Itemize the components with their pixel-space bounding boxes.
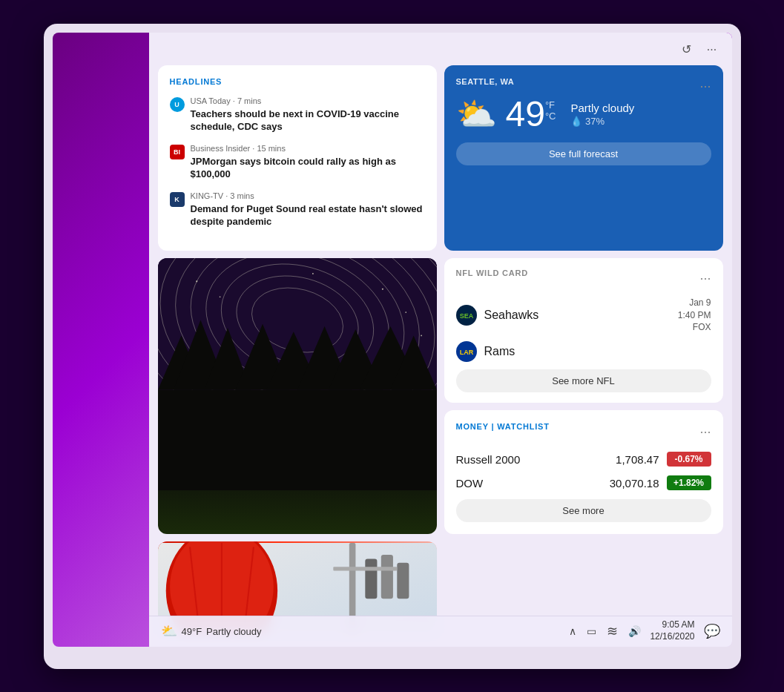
weather-temperature: 49	[506, 96, 545, 132]
more-options-icon[interactable]: ···	[704, 42, 720, 58]
weather-description: Partly cloudy 💧 37%	[570, 102, 634, 127]
weather-icon: ⛅	[456, 95, 497, 134]
refresh-icon[interactable]: ↺	[679, 42, 695, 58]
news-item-2-meta: Business Insider · 15 mins	[191, 144, 425, 153]
weather-card: SEATTLE, WA ··· ⛅ 49 °F °C	[444, 65, 723, 251]
svg-rect-42	[333, 567, 397, 570]
svg-point-12	[381, 289, 383, 290]
svg-rect-17	[158, 389, 437, 490]
seahawks-name: Seahawks	[484, 309, 671, 322]
star-trails-svg	[158, 258, 437, 490]
news-item-3-headline: Demand for Puget Sound real estate hasn'…	[191, 202, 425, 228]
businessinsider-icon: BI	[170, 145, 185, 159]
see-more-nfl-button[interactable]: See more NFL	[456, 369, 711, 392]
star-trails-image-card: NBC NBC News · 6 mins Quadrantid meteor …	[158, 258, 437, 534]
rams-name: Rams	[484, 345, 711, 358]
money-label: MONEY | WATCHLIST	[456, 422, 550, 431]
game-schedule: Jan 9 1:40 PM FOX	[678, 297, 711, 334]
news-item-2-headline: JPMorgan says bitcoin could rally as hig…	[191, 155, 425, 181]
svg-point-13	[405, 312, 406, 313]
nfl-sports-card: NFL WILD CARD ··· SEA Seahawks	[444, 258, 723, 403]
weather-condition: Partly cloudy	[570, 102, 634, 114]
money-more-button[interactable]: ···	[699, 425, 711, 438]
screen: ↺ ··· HEADLINES U USA Today · 7	[53, 33, 732, 647]
dow-value: 30,070.18	[610, 477, 659, 490]
top-bar: ↺ ···	[158, 42, 723, 58]
news-item-2[interactable]: BI Business Insider · 15 mins JPMorgan s…	[170, 144, 425, 181]
taskbar-volume-icon[interactable]: 🔊	[628, 625, 641, 637]
news-item-3-meta: KING-TV · 3 mins	[191, 191, 425, 200]
taskbar-weather-icon: ⛅	[161, 623, 177, 639]
taskbar-battery-icon: ▭	[587, 625, 596, 637]
widget-panel: ↺ ··· HEADLINES U USA Today · 7	[149, 33, 732, 647]
taskbar: ⛅ 49°F Partly cloudy ∧ ▭ ≋ 🔊 9:05 AM 12/…	[149, 616, 732, 647]
nfl-label: NFL WILD CARD	[456, 268, 529, 277]
russell-2000-values: 1,708.47 -0.67%	[616, 452, 711, 467]
svg-point-15	[421, 335, 422, 336]
news-item-1[interactable]: U USA Today · 7 mins Teachers should be …	[170, 96, 425, 134]
svg-point-11	[219, 296, 220, 297]
money-watchlist-card: MONEY | WATCHLIST ··· Russell 2000 1,708…	[444, 410, 723, 534]
weather-rain: 💧 37%	[570, 116, 634, 127]
rams-icon: LAR	[456, 341, 477, 362]
russell-2000-name: Russell 2000	[456, 453, 521, 466]
headlines-card: HEADLINES U USA Today · 7 mins Teachers …	[158, 65, 437, 251]
news-item-2-content: Business Insider · 15 mins JPMorgan says…	[191, 144, 425, 181]
headlines-label: HEADLINES	[170, 77, 425, 86]
russell-2000-row: Russell 2000 1,708.47 -0.67%	[456, 452, 711, 467]
weather-main: ⛅ 49 °F °C Partly cloudy 💧 37%	[456, 95, 711, 134]
seahawks-row: SEA Seahawks Jan 9 1:40 PM FOX	[456, 297, 711, 334]
russell-2000-value: 1,708.47	[616, 453, 659, 466]
see-more-money-button[interactable]: See more	[456, 499, 711, 522]
news-item-3-content: KING-TV · 3 mins Demand for Puget Sound …	[191, 191, 425, 228]
weather-more-button[interactable]: ···	[699, 79, 711, 93]
svg-text:LAR: LAR	[459, 349, 473, 356]
dow-name: DOW	[456, 477, 484, 490]
svg-text:SEA: SEA	[459, 312, 473, 320]
weather-temp-group: 49 °F °C	[506, 96, 556, 132]
taskbar-condition: Partly cloudy	[206, 626, 261, 637]
dow-change: +1.82%	[667, 475, 711, 490]
taskbar-chevron-icon[interactable]: ∧	[569, 625, 576, 637]
taskbar-wifi-icon: ≋	[607, 623, 618, 639]
news-item-3[interactable]: K KING-TV · 3 mins Demand for Puget Soun…	[170, 191, 425, 228]
weather-location: SEATTLE, WA	[456, 77, 515, 86]
news-item-1-content: USA Today · 7 mins Teachers should be ne…	[191, 96, 425, 134]
russell-2000-change: -0.67%	[667, 452, 711, 467]
dow-row: DOW 30,070.18 +1.82%	[456, 475, 711, 490]
laptop-frame: ↺ ··· HEADLINES U USA Today · 7	[44, 24, 741, 669]
weather-unit: °F °C	[545, 99, 556, 122]
svg-point-10	[196, 280, 197, 282]
news-item-1-headline: Teachers should be next in COVID-19 vacc…	[191, 108, 425, 134]
usatoday-icon: U	[170, 97, 185, 112]
weather-forecast-button[interactable]: See full forecast	[456, 142, 711, 165]
dow-values: 30,070.18 +1.82%	[610, 475, 711, 490]
taskbar-temp: 49°F	[182, 626, 202, 637]
widgets-grid: HEADLINES U USA Today · 7 mins Teachers …	[158, 65, 723, 633]
svg-rect-39	[381, 555, 392, 599]
sports-more-button[interactable]: ···	[699, 271, 711, 285]
rams-row: LAR Rams	[456, 341, 711, 362]
svg-point-16	[312, 273, 313, 274]
taskbar-chat-icon[interactable]: 💬	[704, 623, 720, 639]
seahawks-icon: SEA	[456, 305, 477, 326]
star-trails-image	[158, 258, 437, 534]
taskbar-time: 9:05 AM 12/16/2020	[650, 619, 694, 642]
svg-rect-40	[397, 563, 409, 599]
news-item-1-meta: USA Today · 7 mins	[191, 96, 425, 105]
widgets-area: HEADLINES U USA Today · 7 mins Teachers …	[158, 65, 723, 633]
kingtv-icon: K	[170, 192, 185, 207]
taskbar-icons: ∧ ▭ ≋ 🔊	[569, 623, 641, 639]
svg-rect-38	[365, 559, 377, 599]
taskbar-weather: ⛅ 49°F Partly cloudy	[161, 623, 262, 639]
